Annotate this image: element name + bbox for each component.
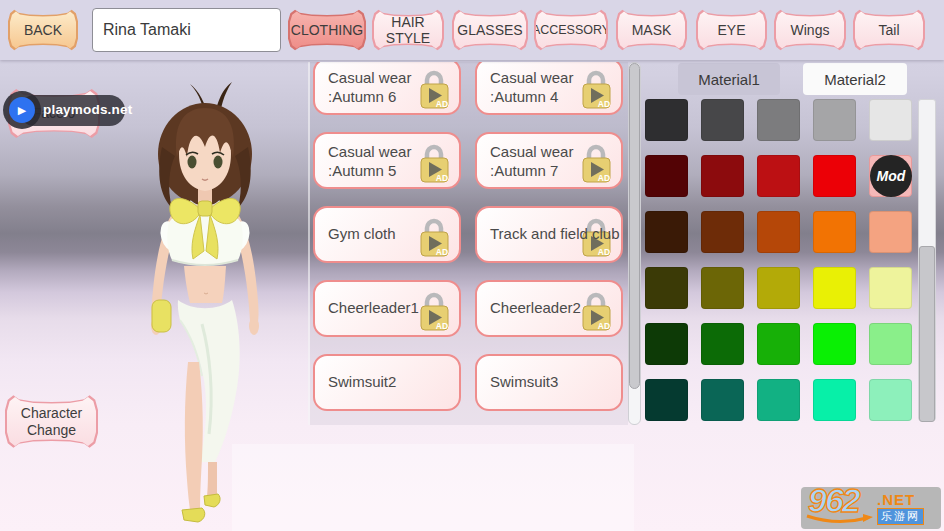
tab-hair-style[interactable]: HAIR STYLE — [372, 8, 444, 52]
color-swatch[interactable] — [757, 267, 800, 309]
playmods-icon: ▶ — [9, 97, 35, 123]
clothing-scrollbar-thumb[interactable] — [629, 63, 640, 389]
clothing-list-panel: Casual wear:Autumn 6 AD Casual wear:Autu… — [308, 62, 628, 425]
color-swatch[interactable] — [813, 99, 856, 141]
color-swatch[interactable] — [869, 267, 912, 309]
clothing-item-casual-wear-autumn-6[interactable]: Casual wear:Autumn 6 AD — [313, 62, 461, 115]
clothing-item-swimsuit2[interactable]: Swimsuit2 — [313, 354, 461, 411]
character-model — [132, 62, 292, 531]
clothing-item-label: Track and field club — [477, 208, 621, 244]
top-bar: BACK CLOTHINGHAIR STYLEGLASSESACCESSORYM… — [0, 0, 944, 60]
tab-clothing[interactable]: CLOTHING — [288, 8, 366, 52]
site-watermark-chinese: 乐游网 — [877, 508, 924, 525]
svg-text:AD: AD — [598, 247, 610, 257]
site-watermark: 962 .NET 乐游网 — [801, 487, 941, 529]
clothing-item-label: Gym cloth — [315, 208, 459, 244]
clothing-item-cheerleader1[interactable]: Cheerleader1 AD — [313, 280, 461, 337]
color-swatch[interactable] — [813, 379, 856, 421]
svg-text:AD: AD — [436, 247, 448, 257]
floor-highlight — [232, 444, 634, 531]
color-swatch[interactable]: Mod — [869, 155, 912, 197]
color-swatch[interactable] — [645, 155, 688, 197]
palette-scrollbar-thumb[interactable] — [919, 246, 935, 422]
clothing-item-casual-wear-autumn-7[interactable]: Casual wear:Autumn 7 AD — [475, 132, 623, 189]
color-swatch[interactable] — [757, 379, 800, 421]
color-swatch[interactable] — [813, 155, 856, 197]
color-swatch[interactable] — [757, 155, 800, 197]
color-swatch[interactable] — [645, 267, 688, 309]
color-swatch[interactable] — [757, 323, 800, 365]
character-name-input[interactable] — [92, 8, 281, 52]
material-tab-material1[interactable]: Material1 — [678, 63, 780, 95]
site-watermark-tld: .NET — [877, 491, 915, 508]
color-swatch[interactable] — [813, 323, 856, 365]
clothing-item-label: Cheerleader2 — [477, 282, 621, 318]
clothing-item-gym-cloth[interactable]: Gym cloth AD — [313, 206, 461, 263]
clothing-item-label: Swimsuit2 — [315, 356, 459, 392]
color-swatch[interactable] — [757, 211, 800, 253]
color-swatch[interactable] — [757, 99, 800, 141]
tab-accessory[interactable]: ACCESSORY — [534, 8, 608, 52]
clothing-item-label: Casual wear:Autumn 6 — [315, 62, 459, 107]
color-palette: Mod — [645, 99, 912, 421]
color-swatch[interactable] — [645, 379, 688, 421]
site-watermark-swoosh — [805, 513, 875, 527]
app-root: BACK CLOTHINGHAIR STYLEGLASSESACCESSORYM… — [0, 0, 944, 531]
clothing-item-label: Casual wear:Autumn 5 — [315, 134, 459, 181]
color-swatch[interactable] — [701, 323, 744, 365]
playmods-watermark: ▶ playmods.net — [3, 91, 127, 131]
character-change-button[interactable]: Character Change — [5, 393, 98, 450]
clothing-item-label: Swimsuit3 — [477, 356, 621, 392]
clothing-item-label: Casual wear:Autumn 4 — [477, 62, 621, 107]
color-swatch[interactable] — [869, 99, 912, 141]
material-tab-material2[interactable]: Material2 — [803, 63, 907, 95]
color-swatch[interactable] — [701, 267, 744, 309]
svg-text:AD: AD — [598, 321, 610, 331]
playmods-label: playmods.net — [43, 102, 132, 117]
back-button[interactable]: BACK — [8, 8, 78, 52]
svg-text:AD: AD — [436, 321, 448, 331]
color-swatch[interactable] — [869, 323, 912, 365]
clothing-item-swimsuit3[interactable]: Swimsuit3 — [475, 354, 623, 411]
color-swatch[interactable] — [645, 211, 688, 253]
clothing-item-cheerleader2[interactable]: Cheerleader2 AD — [475, 280, 623, 337]
clothing-item-track-and-field-club[interactable]: Track and field club AD — [475, 206, 623, 263]
tab-eye[interactable]: EYE — [696, 8, 767, 52]
clothing-item-casual-wear-autumn-5[interactable]: Casual wear:Autumn 5 AD — [313, 132, 461, 189]
tab-wings[interactable]: Wings — [774, 8, 846, 52]
color-swatch[interactable] — [813, 267, 856, 309]
color-swatch[interactable] — [701, 379, 744, 421]
color-swatch[interactable] — [869, 379, 912, 421]
clothing-item-label: Casual wear:Autumn 7 — [477, 134, 621, 181]
clothing-item-label: Cheerleader1 — [315, 282, 459, 318]
color-swatch[interactable] — [813, 211, 856, 253]
color-swatch[interactable] — [645, 99, 688, 141]
tab-glasses[interactable]: GLASSES — [452, 8, 528, 52]
color-swatch[interactable] — [701, 99, 744, 141]
clothing-grid: Casual wear:Autumn 6 AD Casual wear:Autu… — [313, 62, 625, 411]
mod-badge: Mod — [870, 155, 912, 197]
color-swatch[interactable] — [869, 211, 912, 253]
clothing-scrollbar[interactable] — [628, 62, 641, 425]
tab-tail[interactable]: Tail — [853, 8, 925, 52]
clothing-item-casual-wear-autumn-4[interactable]: Casual wear:Autumn 4 AD — [475, 62, 623, 115]
tab-mask[interactable]: MASK — [616, 8, 687, 52]
color-swatch[interactable] — [701, 211, 744, 253]
color-swatch[interactable] — [701, 155, 744, 197]
color-swatch[interactable] — [645, 323, 688, 365]
palette-scrollbar[interactable] — [918, 99, 936, 421]
